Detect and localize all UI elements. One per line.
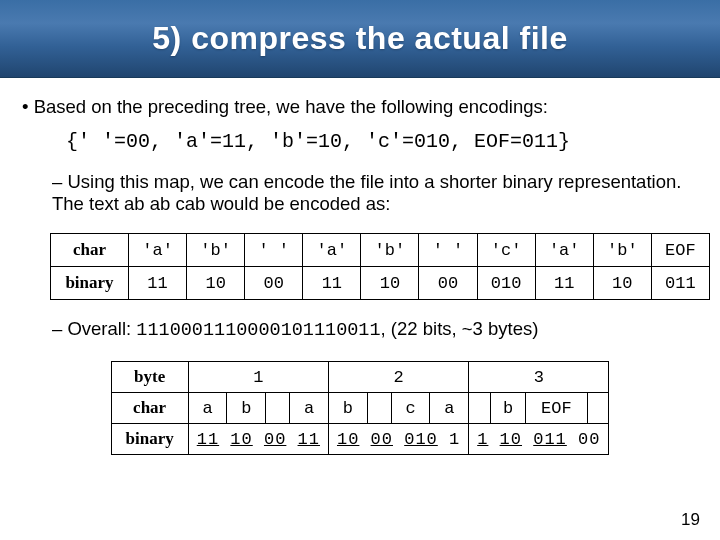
char-cell: 'c' — [477, 234, 535, 267]
slide-title: 5) compress the actual file — [152, 20, 567, 57]
char-cell: EOF — [651, 234, 709, 267]
using-map-text: Using this map, we can encode the file i… — [22, 171, 698, 215]
table-row: byte 1 2 3 — [111, 362, 609, 393]
row-header-binary2: binary — [111, 424, 188, 455]
byte-binary-cell: 1 10 011 00 — [469, 424, 609, 455]
binary-cell: 00 — [245, 267, 303, 300]
binary-cell: 11 — [129, 267, 187, 300]
title-bar: 5) compress the actual file — [0, 0, 720, 78]
char-cell: ' ' — [245, 234, 303, 267]
char-cell: ' ' — [419, 234, 477, 267]
char2-cell — [469, 393, 491, 424]
char-cell: 'a' — [129, 234, 187, 267]
byte-binary-cell: 11 10 00 11 — [188, 424, 328, 455]
row-header-char2: char — [111, 393, 188, 424]
binary-cell: 010 — [477, 267, 535, 300]
char2-cell — [587, 393, 609, 424]
binary-cell: 011 — [651, 267, 709, 300]
char2-cell: a — [430, 393, 469, 424]
char2-cell — [367, 393, 391, 424]
char-cell: 'b' — [593, 234, 651, 267]
byte-number-cell: 3 — [469, 362, 609, 393]
byte-binary-cell: 10 00 010 1 — [328, 424, 468, 455]
char2-cell: b — [328, 393, 367, 424]
char-cell: 'a' — [535, 234, 593, 267]
byte-number-cell: 1 — [188, 362, 328, 393]
byte-table: byte 1 2 3 char a b a b c a b — [111, 361, 610, 455]
char2-cell: a — [188, 393, 227, 424]
table-row: char a b a b c a b EOF — [111, 393, 609, 424]
overall-line: Overall: 1110001110000101110011, (22 bit… — [22, 318, 698, 341]
char2-cell: a — [290, 393, 329, 424]
char-cell: 'a' — [303, 234, 361, 267]
char2-cell — [266, 393, 290, 424]
char-cell: 'b' — [361, 234, 419, 267]
byte-table-wrap: byte 1 2 3 char a b a b c a b — [22, 353, 698, 455]
byte-number-cell: 2 — [328, 362, 468, 393]
encoding-table-wrap: char 'a' 'b' ' ' 'a' 'b' ' ' 'c' 'a' 'b'… — [22, 227, 698, 318]
binary-cell: 11 — [303, 267, 361, 300]
overall-prefix: Overall: — [67, 318, 136, 339]
row-header-char: char — [51, 234, 129, 267]
char2-cell: b — [227, 393, 266, 424]
table-row: binary 11 10 00 11 10 00 010 11 10 011 — [51, 267, 710, 300]
encodings-line: {' '=00, 'a'=11, 'b'=10, 'c'=010, EOF=01… — [22, 124, 698, 171]
binary-cell: 10 — [593, 267, 651, 300]
binary-cell: 10 — [187, 267, 245, 300]
slide-body: Based on the preceding tree, we have the… — [0, 78, 720, 455]
char2-cell: EOF — [526, 393, 587, 424]
char2-cell: b — [491, 393, 526, 424]
encoding-table: char 'a' 'b' ' ' 'a' 'b' ' ' 'c' 'a' 'b'… — [50, 233, 710, 300]
slide: 5) compress the actual file Based on the… — [0, 0, 720, 540]
page-number: 19 — [681, 510, 700, 530]
table-row: char 'a' 'b' ' ' 'a' 'b' ' ' 'c' 'a' 'b'… — [51, 234, 710, 267]
binary-cell: 11 — [535, 267, 593, 300]
intro-bullet: Based on the preceding tree, we have the… — [22, 96, 698, 118]
binary-cell: 00 — [419, 267, 477, 300]
char-cell: 'b' — [187, 234, 245, 267]
overall-suffix: , (22 bits, ~3 bytes) — [381, 318, 539, 339]
binary-cell: 10 — [361, 267, 419, 300]
row-header-byte: byte — [111, 362, 188, 393]
overall-bits: 1110001110000101110011 — [136, 320, 380, 341]
char2-cell: c — [391, 393, 430, 424]
row-header-binary: binary — [51, 267, 129, 300]
table-row: binary 11 10 00 11 10 00 010 1 1 10 011 … — [111, 424, 609, 455]
